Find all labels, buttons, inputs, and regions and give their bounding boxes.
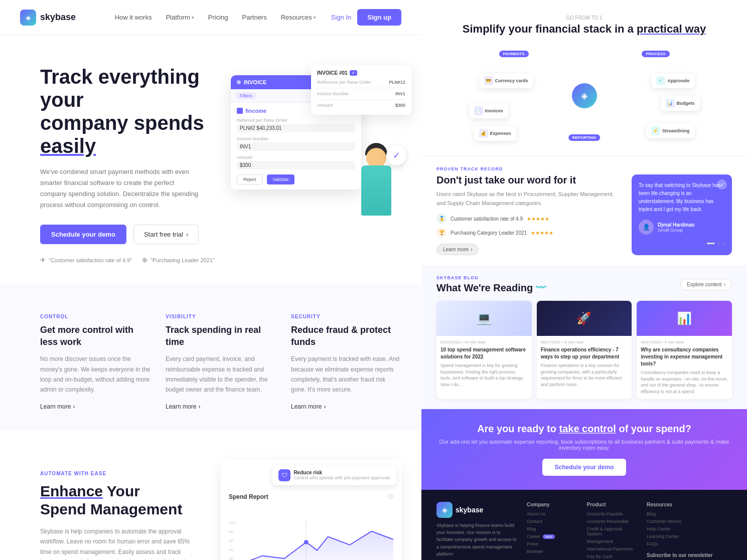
validate-button[interactable]: Validate xyxy=(267,174,295,184)
footer-intl-payments-link[interactable]: International Payments xyxy=(587,546,637,551)
footer-ap-link[interactable]: Accounts Payable xyxy=(587,511,637,516)
approve-icon: ✓ xyxy=(656,76,665,85)
blog-title-1: 10 top spend management software solutio… xyxy=(440,346,528,360)
blog-pretitle: SKYBASE BLOG xyxy=(436,275,546,280)
prev-arrow[interactable]: ‹ xyxy=(718,240,720,247)
footer-ar-link[interactable]: Accounts Receivable xyxy=(587,519,637,524)
footer-browser-link[interactable]: Browser xyxy=(527,549,577,554)
leader-badge: ⊕ "Purchasing Leader 2021" xyxy=(142,256,215,264)
footer-brand-desc: Skybase is helping finance teams build y… xyxy=(436,522,517,558)
nav-pricing[interactable]: Pricing xyxy=(208,14,228,21)
enhance-title: Enhance YourSpend Management xyxy=(40,482,201,518)
chart-y-axis: 100 80 60 40 20 0 xyxy=(229,520,235,560)
footer-company-title: Company xyxy=(527,502,577,507)
reduce-risk-chip: 🛡 Reduce risk Control who spends with pr… xyxy=(272,465,396,485)
blog-card-1[interactable]: 💻 07/15/2022 • 10 min read 10 top spend … xyxy=(436,301,532,399)
brand-name: skybase xyxy=(40,12,76,23)
blog-desc-2: Finance operations is a key concern for … xyxy=(541,362,628,388)
blog-title-3: Why are consultancy companies investing … xyxy=(641,346,728,367)
feature-tag-visibility: VISIBILITY xyxy=(166,314,276,319)
blog-desc-1: Spend management is key for growing busi… xyxy=(440,362,528,388)
cta-title: Are you ready to take control of your sp… xyxy=(436,423,732,435)
footer-res-blog-link[interactable]: Blog xyxy=(647,511,732,516)
track-record-section: PROVEN TRACK RECORD Don't just take our … xyxy=(421,156,747,265)
blog-card-3[interactable]: 📊 08/17/2022 • 5 min read Why are consul… xyxy=(637,301,732,399)
feature-tag-security: SECURITY xyxy=(291,314,401,319)
medal-icon: ⊕ xyxy=(142,256,147,264)
nav-platform[interactable]: Platform▾ xyxy=(166,14,194,21)
next-arrow[interactable]: › xyxy=(723,240,725,247)
footer-resources-title: Resources xyxy=(647,502,732,507)
nav-partners[interactable]: Partners xyxy=(242,14,267,21)
footer-career-link[interactable]: CareerNew xyxy=(527,534,577,539)
process-label: PROCESS xyxy=(642,51,669,57)
blog-card-2[interactable]: 🚀 08/17/2022 • 8 min read Finance operat… xyxy=(537,301,632,399)
blog-title-2: Finance operations efficiency - 7 ways t… xyxy=(541,346,628,360)
reporting-label: REPORTING xyxy=(568,134,601,141)
spend-chart: 100 80 60 40 20 0 xyxy=(229,520,393,560)
footer-management-link[interactable]: Management xyxy=(587,539,637,544)
footer-help-center-link[interactable]: Help Center xyxy=(647,526,732,531)
blog-card-image-2: 🚀 xyxy=(537,301,632,336)
footer-resources-col: Resources Blog Customer Stories Help Cen… xyxy=(647,502,732,560)
footer-faqs-link[interactable]: FAQs xyxy=(647,541,732,546)
learn-more-control[interactable]: Learn more › xyxy=(40,403,151,410)
learn-more-visibility[interactable]: Learn more › xyxy=(166,403,276,410)
budgets-node: 📊 Budgets xyxy=(661,96,700,111)
invoices-node: 📄 Invoices xyxy=(469,103,508,118)
feature-desc-security: Every payment is tracked with ease. And … xyxy=(291,354,401,395)
nav-resources[interactable]: Resources▾ xyxy=(281,14,316,21)
footer-credit-link[interactable]: Credit & Approval System xyxy=(587,526,637,536)
blog-meta-2: 08/17/2022 • 8 min read xyxy=(541,340,628,344)
footer-product-col: Product Accounts Payable Accounts Receiv… xyxy=(587,502,637,560)
leader-badge: 🏆 Purchasing Category Leader 2021 ★★★★★ xyxy=(436,228,622,238)
satisfaction-icon: 🏅 xyxy=(436,214,446,224)
footer-press-link[interactable]: Press xyxy=(527,541,577,546)
shield-icon: 🛡 xyxy=(278,469,290,481)
logo[interactable]: skybase xyxy=(20,10,76,26)
footer-blog-link[interactable]: Blog xyxy=(527,526,577,531)
footer-learning-center-link[interactable]: Learning Center xyxy=(647,534,732,539)
hero-buttons: Schedule your demo Start free trial › xyxy=(40,225,231,244)
financial-stack-section: GO FROM TO 1 Simplify your financial sta… xyxy=(421,0,747,156)
new-badge: New xyxy=(543,534,555,539)
track-record-learn-more-button[interactable]: Learn more › xyxy=(436,244,479,255)
sign-in-link[interactable]: Sign In xyxy=(331,14,351,21)
footer-brand-name: skybase xyxy=(456,506,483,514)
enhance-desc: Skybase is help companies to automate th… xyxy=(40,526,201,560)
newsletter-label: Subscribe to our newsletter xyxy=(647,552,732,558)
feature-desc-control: No more discover issues once the money's… xyxy=(40,354,151,395)
blog-desc-3: Consultancy companies need to keep a han… xyxy=(641,369,728,395)
center-node: ◈ xyxy=(572,83,597,108)
footer-pay-by-card-link[interactable]: Pay By Card xyxy=(587,554,637,559)
start-trial-button[interactable]: Start free trial › xyxy=(133,225,199,244)
quote-card: ✓ To say that switching to Skybase has b… xyxy=(632,174,732,255)
features-section: CONTROL Get more control with less work … xyxy=(0,284,421,430)
quote-nav: ‹ › xyxy=(639,240,725,247)
nav-how-it-works[interactable]: How it works xyxy=(115,14,152,21)
reject-button[interactable]: Reject xyxy=(237,174,263,184)
track-record-desc: Users rated Skybase as the best in Procu… xyxy=(436,190,622,208)
cta-schedule-demo-button[interactable]: Schedule your demo xyxy=(542,459,626,476)
enhance-tag: AUTOMATE WITH EASE xyxy=(40,471,201,476)
footer-logo: skybase xyxy=(436,502,517,518)
arrow-icon: › xyxy=(471,247,472,252)
blog-title: What We're Reading 〰 xyxy=(436,282,546,294)
stream-icon: ⚡ xyxy=(651,126,660,135)
explore-content-button[interactable]: Explore content › xyxy=(680,279,732,290)
feature-control: CONTROL Get more control with less work … xyxy=(40,314,151,410)
arrow-icon: › xyxy=(73,403,75,410)
reading-deco: 〰 xyxy=(536,282,546,293)
blog-section: SKYBASE BLOG What We're Reading 〰 Explor… xyxy=(421,265,747,409)
network-diagram: ◈ PAYMENTS PROCESS REPORTING 💳 Currency … xyxy=(459,46,710,146)
logo-icon xyxy=(20,10,36,26)
schedule-demo-button[interactable]: Schedule your demo xyxy=(40,225,126,244)
footer: skybase Skybase is helping finance teams… xyxy=(421,490,747,560)
footer-about-link[interactable]: About Us xyxy=(527,511,577,516)
arrow-icon: › xyxy=(186,231,188,238)
learn-more-security[interactable]: Learn more › xyxy=(291,403,401,410)
sign-up-button[interactable]: Sign up xyxy=(357,9,401,26)
footer-contact-link[interactable]: Contact xyxy=(527,519,577,524)
feature-tag-control: CONTROL xyxy=(40,314,151,319)
footer-customer-stories-link[interactable]: Customer Stories xyxy=(647,519,732,524)
